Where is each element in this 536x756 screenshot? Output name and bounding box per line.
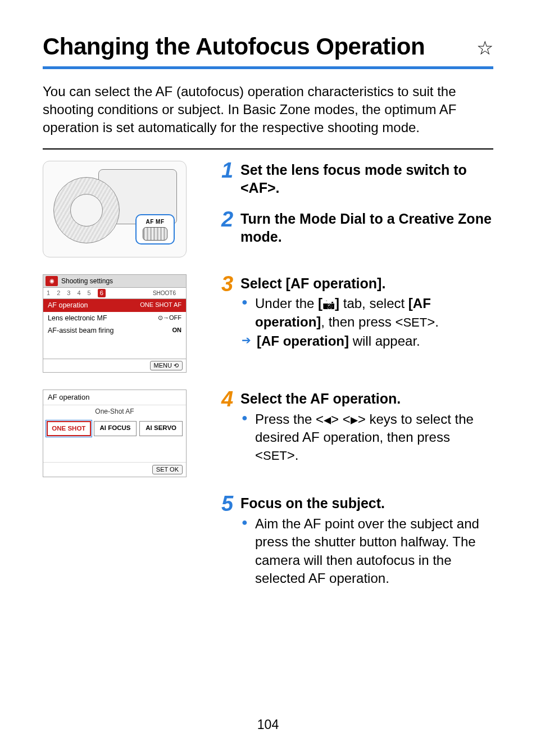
- menu-tab-2: 2: [57, 289, 60, 297]
- menu-row-af-operation-value: ONE SHOT AF: [140, 301, 181, 310]
- page-title: Changing the Autofocus Operation: [43, 31, 476, 63]
- step-3-bullet-1: Under the [] tab, select [AF operation],…: [255, 295, 493, 331]
- camera-tab-icon: ◉: [46, 276, 58, 286]
- camera-icon: [322, 296, 335, 311]
- step-number-4: 4: [221, 390, 237, 409]
- menu-row-af-assist-label: AF-assist beam firing: [48, 326, 113, 336]
- step-number-3: 3: [221, 274, 237, 293]
- menu-head-title: Shooting settings: [61, 277, 113, 286]
- menu-tab-section-label: SHOOT6: [153, 289, 176, 297]
- af-operation-screenshot: AF operation One-Shot AF ONE SHOT AI FOC…: [43, 390, 187, 477]
- bullet-icon: ●: [242, 515, 249, 588]
- step-number-2: 2: [221, 210, 237, 229]
- intro-paragraph: You can select the AF (autofocus) operat…: [43, 83, 493, 137]
- step-4-bullet-1: Press the <> <> keys to select the desir…: [255, 410, 493, 465]
- menu-tab-4: 4: [77, 289, 80, 297]
- step-3-heading: Select [AF operation].: [240, 274, 493, 293]
- step-1-heading: Set the lens focus mode switch to <AF>.: [240, 161, 493, 197]
- step-2-heading: Turn the Mode Dial to a Creative Zone mo…: [240, 210, 493, 246]
- menu-tab-6-active: 6: [98, 289, 106, 297]
- focus-switch-label: AF MF: [146, 218, 164, 226]
- camera-illustration: AF MF: [43, 161, 187, 257]
- step-number-1: 1: [221, 161, 237, 180]
- menu-tab-1: 1: [47, 289, 50, 297]
- menu-tab-3: 3: [67, 289, 70, 297]
- af-option-one-shot: ONE SHOT: [47, 421, 91, 437]
- menu-row-af-assist-value: ON: [172, 326, 182, 336]
- menu-row-lens-mf-value: ⊙→OFF: [158, 314, 181, 323]
- page-number: 104: [0, 716, 536, 734]
- af-option-ai-focus: AI FOCUS: [94, 421, 137, 437]
- menu-tab-5: 5: [88, 289, 91, 297]
- bullet-icon: ●: [242, 295, 249, 331]
- af-box-title: AF operation: [43, 390, 186, 405]
- shooting-settings-screenshot: ◉ Shooting settings 1 2 3 4 5 6 SHOOT6 A…: [43, 274, 187, 373]
- menu-footer-button: MENU ⟲: [150, 361, 183, 370]
- pro-feature-star-icon: ☆: [476, 35, 493, 61]
- bullet-icon: ●: [242, 410, 249, 465]
- menu-row-af-operation-label: AF operation: [48, 301, 88, 310]
- right-key-icon: [351, 410, 358, 428]
- af-footer-button: SET OK: [152, 465, 183, 474]
- section-divider: [43, 148, 493, 150]
- step-4-heading: Select the AF operation.: [240, 390, 493, 408]
- focus-switch-callout: AF MF: [135, 214, 175, 245]
- af-option-ai-servo: AI SERVO: [139, 421, 183, 437]
- af-box-subtitle: One-Shot AF: [43, 405, 186, 418]
- step-3-bullet-2: [AF operation] will appear.: [257, 332, 420, 350]
- arrow-right-icon: ➔: [242, 332, 251, 350]
- step-5-heading: Focus on the subject.: [240, 494, 493, 513]
- left-key-icon: [324, 410, 331, 428]
- menu-row-lens-mf-label: Lens electronic MF: [48, 314, 107, 323]
- step-number-5: 5: [221, 494, 237, 513]
- step-5-bullet-1: Aim the AF point over the subject and pr…: [255, 515, 493, 588]
